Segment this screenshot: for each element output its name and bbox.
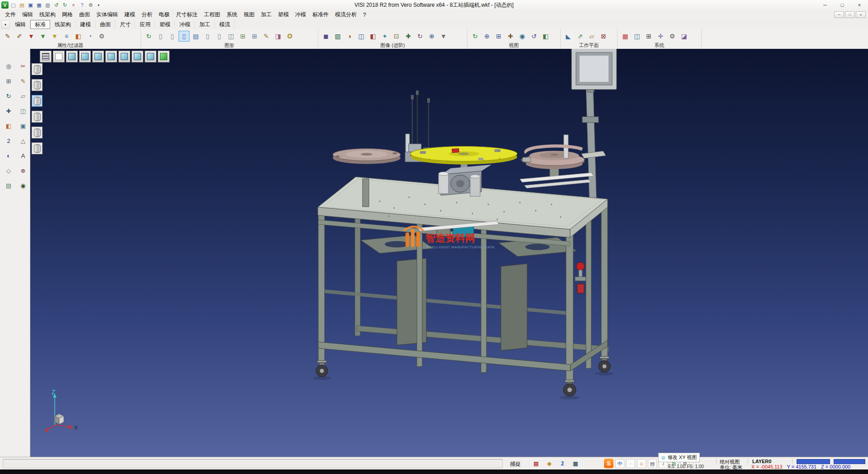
quick-access-dropdown[interactable]: ▼ (95, 1, 102, 9)
view-iso2-button[interactable] (118, 51, 130, 62)
system-report-icon[interactable]: ◪ (679, 31, 689, 42)
system-snap-icon[interactable]: ✛ (655, 31, 666, 42)
tool-move-icon[interactable]: ✚ (4, 106, 14, 116)
close-button[interactable]: × (851, 0, 868, 10)
ime-lang-button[interactable]: 中 (615, 459, 624, 468)
layer-indicator[interactable]: LAYER0 (752, 459, 771, 464)
graphics-grid2-icon[interactable]: ⊞ (249, 31, 260, 42)
image-texture-icon[interactable]: ▨ (332, 31, 343, 42)
maximize-button[interactable]: □ (834, 0, 851, 10)
view-prev-icon[interactable]: ↺ (528, 31, 539, 42)
tool-probe-icon[interactable]: ◉ (18, 181, 28, 191)
tool-snap-icon[interactable]: ⊕ (18, 166, 28, 176)
ribbon-tab[interactable]: 塑模 (155, 20, 175, 29)
workplane-free-icon[interactable]: ▱ (586, 31, 597, 42)
view-blank-button[interactable] (53, 51, 65, 62)
filter-settings-icon[interactable]: ⚙ (96, 31, 107, 42)
ime-keyboard-button[interactable]: ▤ (648, 459, 657, 468)
graphics-grid1-icon[interactable]: ⊞ (237, 31, 248, 42)
menu-item[interactable]: 加工 (258, 10, 275, 19)
tool-copy-icon[interactable]: ▣ (18, 121, 28, 131)
graphics-refresh-icon[interactable]: ↻ (143, 31, 154, 42)
ribbon-tab[interactable]: 冲模 (175, 20, 195, 29)
tool-measure-icon[interactable]: ▱ (18, 91, 28, 101)
ribbon-tab[interactable]: 应用 (135, 20, 155, 29)
system-palette-icon[interactable]: ▦ (620, 31, 631, 42)
menu-item[interactable]: 编辑 (19, 10, 36, 19)
mdi-minimize-button[interactable]: ─ (834, 11, 844, 18)
image-move-icon[interactable]: ✚ (403, 31, 414, 42)
system-options-icon[interactable]: ⚙ (667, 31, 678, 42)
view-front-button[interactable] (79, 51, 91, 62)
view-iso3-button[interactable] (132, 51, 143, 62)
menu-item[interactable]: 塑模 (275, 10, 292, 19)
workplane-xy-icon[interactable]: ◣ (563, 31, 574, 42)
menu-item[interactable]: 视图 (241, 10, 258, 19)
graphics-sheet-icon[interactable]: ▤ (190, 31, 201, 42)
minimize-button[interactable]: ─ (816, 0, 834, 10)
attr-brush-icon[interactable]: ✐ (14, 31, 25, 42)
view-zoom-box-icon[interactable]: ⊞ (493, 31, 504, 42)
ribbon-tab[interactable]: 曲面 (95, 20, 115, 29)
mdi-close-button[interactable]: × (856, 11, 866, 18)
view-list-button[interactable] (40, 51, 52, 62)
system-grid-icon[interactable]: ⊞ (643, 31, 654, 42)
undo-icon[interactable]: ↺ (52, 1, 61, 9)
settings-icon[interactable]: ⚙ (86, 1, 95, 9)
menu-item[interactable]: 模流分析 (332, 10, 360, 19)
menu-item[interactable]: 冲模 (292, 10, 309, 19)
status-msg-icon[interactable]: 2 (558, 459, 567, 468)
view-iso-icon[interactable]: ◧ (540, 31, 551, 42)
menu-item[interactable]: 尺寸标注 (173, 10, 201, 19)
redo-icon[interactable]: ↻ (61, 1, 69, 9)
tool-two-icon[interactable]: 2 (4, 136, 14, 146)
image-mask-icon[interactable]: ◧ (368, 31, 378, 42)
ribbon-tab[interactable]: 线架构 (50, 20, 75, 29)
ribbon-tab[interactable]: 标准 (30, 20, 50, 29)
delete-icon[interactable]: × (69, 1, 78, 9)
filter-color-icon[interactable]: ◧ (73, 31, 84, 42)
view-refresh-icon[interactable]: ↻ (470, 31, 481, 42)
view-hint-box[interactable]: ◎ 修改 XY 视图 (658, 453, 700, 462)
view-iso1-button[interactable] (105, 51, 117, 62)
menu-item[interactable]: 系统 (223, 10, 241, 19)
model-slot-5[interactable] (32, 127, 42, 138)
help-icon[interactable]: ? (78, 1, 86, 9)
tool-poly-icon[interactable]: ◇ (4, 166, 14, 176)
model-slot-6[interactable] (32, 142, 42, 154)
view-pan-icon[interactable]: ✚ (505, 31, 516, 42)
filter-green-icon[interactable]: ▼ (38, 31, 48, 42)
ribbon-tab[interactable]: 尺寸 (115, 20, 135, 29)
filter-list-icon[interactable]: ≡ (61, 31, 72, 42)
image-shade-icon[interactable]: ◼ (321, 31, 331, 42)
status-print-icon[interactable]: ▦ (571, 459, 580, 468)
image-layers-icon[interactable]: ◫ (356, 31, 367, 42)
graphics-edit-icon[interactable]: ✎ (261, 31, 272, 42)
menu-item[interactable]: 电极 (156, 10, 173, 19)
view-iso4-button[interactable] (145, 51, 156, 62)
model-slot-4[interactable] (32, 111, 42, 123)
view-top-button[interactable] (66, 51, 78, 62)
menu-item[interactable]: 建模 (121, 10, 138, 19)
attr-pencil-icon[interactable]: ✎ (2, 31, 13, 42)
workplane-align-icon[interactable]: ⇗ (575, 31, 585, 42)
model-slot-1[interactable] (32, 63, 42, 75)
tab-dropdown-button[interactable]: ▼ (1, 20, 9, 29)
menu-item[interactable]: 分析 (138, 10, 156, 19)
tool-zoom-icon[interactable]: ◎ (4, 62, 14, 71)
filter-red-icon[interactable]: ▼ (26, 31, 37, 42)
graphics-db1-icon[interactable]: ▯ (155, 31, 166, 42)
filter-shape-icon[interactable]: ◔ (85, 31, 95, 42)
image-rotate-icon[interactable]: ↻ (415, 31, 425, 42)
menu-item[interactable]: ? (360, 10, 369, 19)
print-icon[interactable]: ▥ (43, 1, 52, 9)
graphics-color-icon[interactable]: ◨ (273, 31, 283, 42)
open-file-icon[interactable]: ▤ (18, 1, 26, 9)
ime-emoji-button[interactable]: ☺ (637, 459, 646, 468)
view-shaded-button[interactable] (158, 51, 170, 62)
workplane-reset-icon[interactable]: ⊠ (598, 31, 609, 42)
tool-mirror-icon[interactable]: ◐ (4, 151, 14, 161)
tool-pencil-icon[interactable]: ✎ (18, 76, 28, 86)
status-gold-icon[interactable]: ◆ (545, 459, 554, 468)
tool-rotate-icon[interactable]: ↻ (4, 91, 14, 101)
